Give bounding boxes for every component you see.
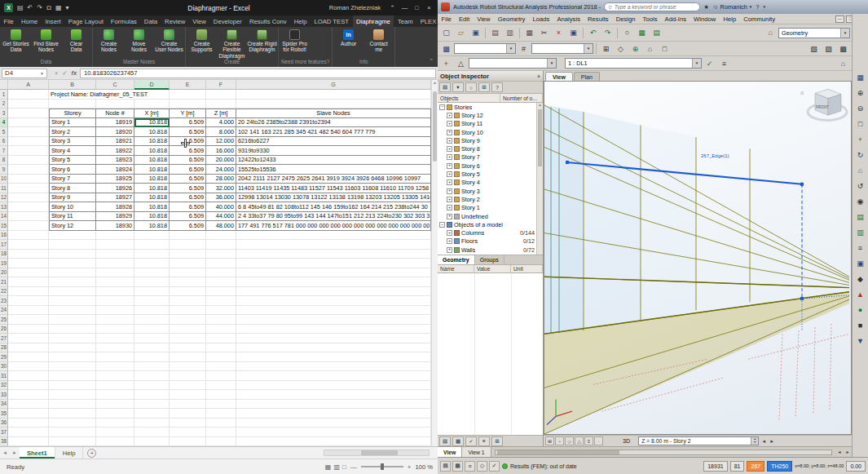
cell-G25[interactable] <box>236 315 431 325</box>
row-header-23[interactable]: 23 <box>0 296 8 306</box>
object-inspector-header[interactable]: Object Inspector × <box>438 71 543 82</box>
row-header-37[interactable]: 37 <box>0 427 8 437</box>
cell-D7[interactable]: 10.818 <box>134 146 170 156</box>
cell-G18[interactable] <box>236 250 431 259</box>
cell-F13[interactable]: 40.000 <box>206 202 236 212</box>
bar-count-field[interactable]: 81 <box>730 461 745 472</box>
cell-D25[interactable] <box>134 315 170 325</box>
cell-B6[interactable]: Story 3 <box>49 137 96 147</box>
cell-A4[interactable] <box>8 118 49 128</box>
expand-all-icon[interactable]: ⊞ <box>478 82 490 92</box>
tree-item-story-7[interactable]: +Story 7 <box>438 153 543 162</box>
cell-G34[interactable] <box>236 400 431 410</box>
cell-G33[interactable] <box>236 390 431 400</box>
ribbon-button-get-stories-data[interactable]: Get Stories Data <box>1 29 31 59</box>
tree-item-columns[interactable]: +Columns0/144 <box>438 228 543 237</box>
search-input[interactable] <box>615 4 696 10</box>
close-icon[interactable]: × <box>423 4 435 11</box>
cell-E33[interactable] <box>170 390 206 400</box>
cell-B11[interactable]: Story 8 <box>49 184 96 193</box>
object-tree[interactable]: −Stories+Story 12+Story 11+Story 10+Stor… <box>438 103 543 255</box>
cell-G20[interactable] <box>236 268 431 278</box>
cell-G35[interactable] <box>236 409 431 419</box>
cell-G5[interactable]: 102 141 163 221 285 345 421 482 540 604 … <box>236 127 431 137</box>
customize-quick-access-icon[interactable]: ▾ <box>66 4 69 11</box>
cell-D12[interactable]: 10.818 <box>134 193 170 203</box>
cell-E16[interactable] <box>170 231 206 241</box>
cell-C8[interactable]: 18923 <box>96 156 134 166</box>
cell-G2[interactable] <box>236 100 431 109</box>
cell-F2[interactable] <box>206 100 236 109</box>
row-header-18[interactable]: 18 <box>0 250 8 259</box>
cell-F11[interactable]: 32.000 <box>206 184 236 193</box>
home-view-icon[interactable]: ⌂ <box>643 42 657 55</box>
row-header-10[interactable]: 10 <box>0 175 8 184</box>
cell-A23[interactable] <box>8 296 49 306</box>
cell-F20[interactable] <box>206 268 236 278</box>
apply-icon[interactable]: ✓ <box>465 436 477 446</box>
cell-G31[interactable] <box>236 371 431 381</box>
cell-E27[interactable] <box>170 334 206 343</box>
ribbon-tab-data[interactable]: Data <box>140 16 161 27</box>
collapse-ribbon-icon[interactable]: ⌃ <box>429 58 434 64</box>
ribbon-tab-team[interactable]: Team <box>394 16 416 27</box>
cell-F18[interactable] <box>206 250 236 259</box>
scrollbar-thumb[interactable] <box>361 450 398 455</box>
cell-E2[interactable] <box>170 100 206 109</box>
zoom-icon[interactable]: ○ <box>620 26 634 39</box>
cell-C19[interactable] <box>96 259 134 268</box>
column-header-A[interactable]: A <box>8 80 49 90</box>
cell-A11[interactable] <box>8 184 49 193</box>
cell-C37[interactable] <box>96 427 134 437</box>
cell-D35[interactable] <box>134 409 170 419</box>
cell-D9[interactable]: 10.818 <box>134 165 170 175</box>
cell-D26[interactable] <box>134 325 170 334</box>
row-header-38[interactable]: 38 <box>0 437 8 447</box>
cell-E25[interactable] <box>170 315 206 325</box>
tree-item-story-9[interactable]: +Story 9 <box>438 136 543 144</box>
cell-B13[interactable]: Story 10 <box>49 202 96 212</box>
ribbon-tab-insert[interactable]: Insert <box>42 16 64 27</box>
cell-C22[interactable] <box>96 287 134 297</box>
cell-F24[interactable] <box>206 306 236 316</box>
grid-view-icon[interactable]: ▦ <box>452 436 464 446</box>
cell-F8[interactable]: 20.000 <box>206 156 236 166</box>
cell-G16[interactable] <box>236 231 431 241</box>
horizontal-scrollbar[interactable] <box>495 450 832 455</box>
cell-E28[interactable] <box>170 343 206 353</box>
cell-F5[interactable]: 8.000 <box>206 127 236 137</box>
name-column-header[interactable]: Name <box>438 265 474 272</box>
cell-G37[interactable] <box>236 427 431 437</box>
row-header-17[interactable]: 17 <box>0 240 8 250</box>
menu-design[interactable]: Design <box>612 16 639 23</box>
cell-A31[interactable] <box>8 371 49 381</box>
cell-G17[interactable] <box>236 240 431 250</box>
excel-app-icon[interactable]: X <box>4 3 13 12</box>
row-header-19[interactable]: 19 <box>0 259 8 268</box>
row-header-21[interactable]: 21 <box>0 277 8 287</box>
row-header-16[interactable]: 16 <box>0 231 8 241</box>
cell-E36[interactable] <box>170 419 206 428</box>
cell-F4[interactable]: 4.000 <box>206 118 236 128</box>
view-manager-icon[interactable]: ▦ <box>854 71 867 83</box>
cell-F28[interactable] <box>206 343 236 353</box>
cell-A14[interactable] <box>8 212 49 222</box>
cell-A1[interactable] <box>8 90 49 100</box>
cell-F6[interactable]: 12.000 <box>206 137 236 147</box>
expand-icon[interactable]: + <box>447 205 452 210</box>
row-header-22[interactable]: 22 <box>0 287 8 297</box>
zoom-out-icon[interactable]: — <box>350 463 357 471</box>
row-header-28[interactable]: 28 <box>0 343 8 353</box>
cell-F16[interactable] <box>206 231 236 241</box>
row-header-33[interactable]: 33 <box>0 390 8 400</box>
cell-G23[interactable] <box>236 296 431 306</box>
cell-G14[interactable]: 2 4 33to37 79 80 95to99 143 144 147to151… <box>236 212 431 222</box>
cell-F15[interactable]: 48.000 <box>206 221 236 231</box>
tree-item-story-5[interactable]: +Story 5 <box>438 170 543 178</box>
section-icon[interactable]: ▣ <box>854 257 867 269</box>
selection-combo[interactable]: ▼ <box>454 43 516 54</box>
row-header-31[interactable]: 31 <box>0 371 8 381</box>
tree-scrollbar[interactable]: ▲ <box>536 103 543 255</box>
ribbon-tab-help[interactable]: Help <box>290 16 311 27</box>
3d-view-canvas[interactable]: 267_Edge(1) FRONT ⌂ <box>544 81 852 435</box>
